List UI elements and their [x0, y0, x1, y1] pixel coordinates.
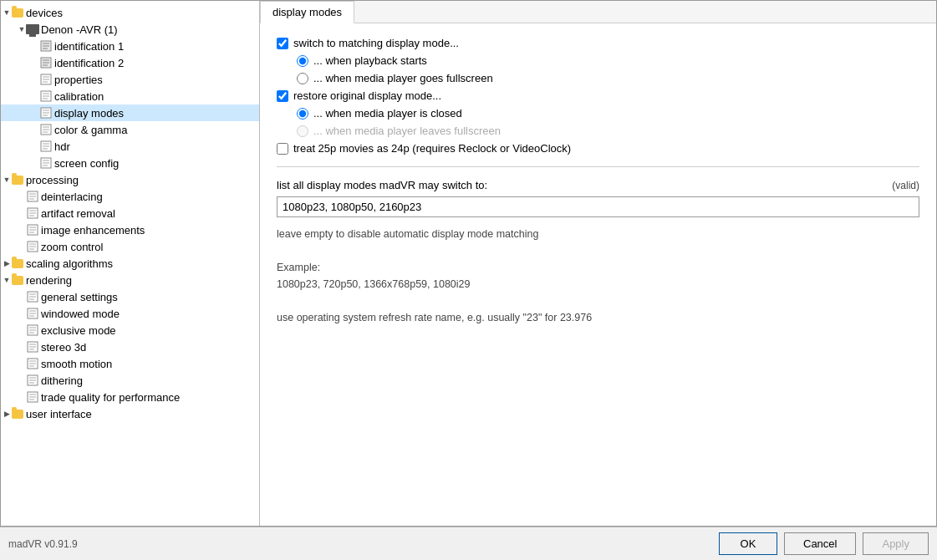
radio-closed-label[interactable]: ... when media player is closed	[297, 107, 462, 120]
sidebar-item-label: trade quality for performance	[41, 391, 256, 404]
sidebar-item-label: artifact removal	[41, 207, 256, 220]
sidebar-item-label: rendering	[26, 274, 256, 287]
cancel-button[interactable]: Cancel	[784, 532, 856, 555]
sidebar-item-scaling-algorithms[interactable]: ▶ scaling algorithms	[1, 255, 259, 272]
sidebar-item-label: Denon -AVR (1)	[41, 23, 256, 36]
separator	[277, 166, 919, 167]
sidebar-item-identification1[interactable]: identification 1	[1, 38, 259, 54]
treat-checkbox[interactable]	[277, 143, 288, 155]
radio-playback-label[interactable]: ... when playback starts	[297, 54, 427, 67]
modes-input[interactable]	[277, 196, 919, 217]
sidebar-item-user-interface[interactable]: ▶ user interface	[1, 405, 259, 422]
ok-button[interactable]: OK	[719, 532, 777, 555]
radio-fullscreen-row: ... when media player goes fullscreen	[277, 72, 919, 84]
chevron-icon	[18, 209, 26, 217]
chevron-icon	[31, 59, 39, 67]
page-icon	[26, 206, 39, 220]
switch-checkbox-label[interactable]: switch to matching display mode...	[277, 37, 459, 49]
chevron-icon	[18, 326, 26, 334]
radio-playback-row: ... when playback starts	[277, 54, 919, 67]
switch-checkbox[interactable]	[277, 38, 288, 49]
sidebar-item-label: calibration	[54, 90, 256, 103]
sidebar-item-label: display modes	[54, 107, 256, 120]
tab-label: display modes	[272, 6, 342, 18]
page-icon	[26, 240, 39, 253]
folder-icon	[11, 173, 24, 186]
sidebar-item-stereo-3d[interactable]: stereo 3d	[1, 339, 259, 355]
sidebar-item-label: image enhancements	[41, 224, 256, 237]
sidebar-item-color-gamma[interactable]: color & gamma	[1, 121, 259, 138]
chevron-icon	[31, 75, 39, 84]
radio-playback[interactable]	[297, 55, 308, 67]
page-icon	[39, 106, 53, 120]
sidebar-item-label: windowed mode	[41, 308, 256, 320]
treat-checkbox-label[interactable]: treat 25p movies as 24p (requires Recloc…	[277, 142, 571, 155]
sidebar-item-general-settings[interactable]: general settings	[1, 288, 259, 305]
chevron-icon	[18, 192, 26, 201]
sidebar-item-artifact-removal[interactable]: artifact removal	[1, 205, 259, 221]
page-icon	[26, 340, 39, 354]
sidebar-item-properties[interactable]: properties	[1, 71, 259, 88]
help-example-value: 1080p23, 720p50, 1366x768p59, 1080i29	[277, 276, 919, 293]
page-icon	[26, 190, 39, 203]
radio-closed[interactable]	[297, 108, 308, 120]
sidebar-item-devices[interactable]: ▼ devices	[1, 4, 259, 21]
bottom-buttons: OK Cancel Apply	[719, 532, 929, 555]
radio-fullscreen[interactable]	[297, 73, 308, 84]
folder-icon	[11, 407, 24, 420]
sidebar-item-processing[interactable]: ▼ processing	[1, 171, 259, 188]
sidebar-item-windowed-mode[interactable]: windowed mode	[1, 305, 259, 322]
chevron-icon	[18, 309, 26, 318]
chevron-icon: ▶	[3, 259, 11, 267]
chevron-icon	[31, 42, 39, 50]
radio-leaves-fullscreen-label: ... when media player leaves fullscreen	[297, 125, 501, 137]
valid-badge: (valid)	[892, 180, 919, 191]
restore-checkbox-label[interactable]: restore original display mode...	[277, 89, 441, 102]
sidebar-item-label: deinterlacing	[41, 191, 256, 203]
page-icon	[39, 140, 53, 153]
tab-display-modes[interactable]: display modes	[260, 1, 354, 23]
sidebar-item-screen-config[interactable]: screen config	[1, 155, 259, 171]
sidebar-item-rendering[interactable]: ▼ rendering	[1, 272, 259, 288]
settings-icon	[39, 39, 53, 53]
sidebar-item-deinterlacing[interactable]: deinterlacing	[1, 188, 259, 205]
chevron-icon	[31, 159, 39, 167]
chevron-icon: ▼	[3, 8, 11, 17]
restore-checkbox-text: restore original display mode...	[293, 89, 441, 102]
radio-fullscreen-text: ... when media player goes fullscreen	[313, 72, 493, 84]
device-icon	[26, 23, 39, 36]
help-line3: use operating system refresh rate name, …	[277, 309, 919, 326]
tab-bar: display modes	[260, 1, 936, 23]
sidebar-item-label: identification 1	[54, 40, 256, 53]
sidebar-item-dithering[interactable]: dithering	[1, 372, 259, 389]
restore-checkbox[interactable]	[277, 90, 288, 102]
sidebar-item-label: screen config	[54, 157, 256, 170]
sidebar-item-display-modes[interactable]: display modes	[1, 104, 259, 121]
sidebar-item-denon-avr[interactable]: ▼ Denon -AVR (1)	[1, 21, 259, 38]
radio-fullscreen-label[interactable]: ... when media player goes fullscreen	[297, 72, 493, 84]
content-panel: display modes switch to matching display…	[260, 1, 936, 526]
page-icon	[26, 374, 39, 387]
sidebar-item-exclusive-mode[interactable]: exclusive mode	[1, 322, 259, 339]
page-icon	[39, 123, 53, 136]
help-text: leave empty to disable automatic display…	[277, 226, 919, 326]
page-icon	[26, 323, 39, 337]
sidebar-item-identification2[interactable]: identification 2	[1, 54, 259, 71]
sidebar-item-calibration[interactable]: calibration	[1, 88, 259, 104]
sidebar-item-image-enhancements[interactable]: image enhancements	[1, 221, 259, 238]
sidebar-item-label: processing	[26, 174, 256, 186]
apply-button[interactable]: Apply	[863, 532, 929, 555]
sidebar-item-smooth-motion[interactable]: smooth motion	[1, 355, 259, 372]
chevron-icon	[31, 125, 39, 134]
sidebar-item-zoom-control[interactable]: zoom control	[1, 238, 259, 255]
settings-icon	[39, 56, 53, 69]
folder-icon	[11, 257, 24, 270]
version-label: madVR v0.91.9	[8, 538, 78, 550]
sidebar-item-label: zoom control	[41, 241, 256, 253]
sidebar-item-hdr[interactable]: hdr	[1, 138, 259, 155]
sidebar-item-trade-quality[interactable]: trade quality for performance	[1, 389, 259, 405]
restore-checkbox-row: restore original display mode...	[277, 89, 919, 102]
sidebar-item-label: smooth motion	[41, 358, 256, 370]
chevron-icon	[18, 376, 26, 384]
bottom-bar: madVR v0.91.9 OK Cancel Apply	[0, 527, 937, 560]
